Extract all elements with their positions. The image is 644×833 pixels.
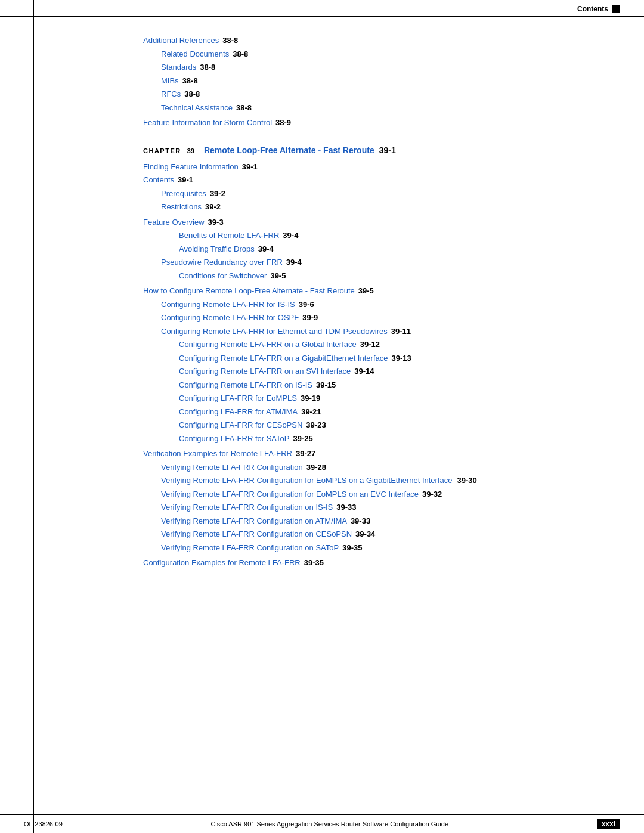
toc-page: 39-35 <box>342 542 362 554</box>
toc-page: 39-35 <box>304 557 324 569</box>
footer-doc-title: Cisco ASR 901 Series Aggregation Service… <box>63 820 597 828</box>
toc-page: 39-4 <box>283 230 298 241</box>
toc-page: 39-4 <box>258 243 274 255</box>
toc-link[interactable]: Pseudowire Redundancy over FRR <box>161 256 283 268</box>
toc-page: 39-5 <box>270 270 286 282</box>
toc-link[interactable]: Verifying Remote LFA-FRR Configuration <box>161 462 303 473</box>
toc-item: Configuring Remote LFA-FRR for OSPF 39-9 <box>143 312 596 324</box>
toc-link[interactable]: Finding Feature Information <box>143 161 239 173</box>
chapter-toc: Finding Feature Information 39-1 Content… <box>143 161 596 569</box>
toc-link[interactable]: Benefits of Remote LFA-FRR <box>179 230 279 241</box>
toc-item: Restrictions 39-2 <box>143 201 596 213</box>
left-border <box>33 0 34 833</box>
toc-page: 39-11 <box>391 326 411 337</box>
toc-link[interactable]: Verifying Remote LFA-FRR Configuration o… <box>161 542 339 554</box>
toc-item: Standards 38-8 <box>143 61 596 73</box>
toc-page: 38-8 <box>200 61 215 73</box>
toc-link[interactable]: Standards <box>161 61 196 73</box>
toc-link[interactable]: Verifying Remote LFA-FRR Configuration o… <box>161 501 333 513</box>
toc-item: Verifying Remote LFA-FRR Configuration f… <box>143 475 596 487</box>
toc-item: Finding Feature Information 39-1 <box>143 161 596 173</box>
toc-page: 38-8 <box>236 102 252 114</box>
toc-item: Prerequisites 39-2 <box>143 188 596 200</box>
toc-item: Verifying Remote LFA-FRR Configuration o… <box>143 542 596 554</box>
toc-link[interactable]: Configuring LFA-FRR for SAToP <box>179 433 289 445</box>
toc-link[interactable]: Conditions for Switchover <box>179 270 267 282</box>
toc-link[interactable]: Contents <box>143 174 174 186</box>
toc-link[interactable]: Avoiding Traffic Drops <box>179 243 255 255</box>
toc-link[interactable]: Configuring Remote LFA-FRR on IS-IS <box>179 379 312 391</box>
toc-link[interactable]: Configuring LFA-FRR for ATM/IMA <box>179 406 298 418</box>
toc-link[interactable]: Verification Examples for Remote LFA-FRR <box>143 448 292 460</box>
toc-link[interactable]: Verifying Remote LFA-FRR Configuration f… <box>161 475 452 487</box>
chapter-title-page: 39-1 <box>379 145 396 155</box>
toc-item: Configuring LFA-FRR for ATM/IMA 39-21 <box>143 406 596 418</box>
toc-item: Conditions for Switchover 39-5 <box>143 270 596 282</box>
footer: OL-23826-09 Cisco ASR 901 Series Aggrega… <box>0 814 644 833</box>
toc-link[interactable]: Configuring Remote LFA-FRR for OSPF <box>161 312 299 324</box>
toc-item: Technical Assistance 38-8 <box>143 102 596 114</box>
toc-link[interactable]: Feature Information for Storm Control <box>143 117 272 129</box>
toc-page: 39-15 <box>316 379 336 391</box>
toc-link[interactable]: RFCs <box>161 88 181 100</box>
toc-link[interactable]: Feature Overview <box>143 216 205 228</box>
toc-item: Configuring Remote LFA-FRR for IS-IS 39-… <box>143 299 596 311</box>
chapter-label: CHAPTER <box>143 147 181 154</box>
toc-page: 38-8 <box>222 35 238 47</box>
toc-link[interactable]: Configuring LFA-FRR for EoMPLS <box>179 392 297 404</box>
toc-page: 39-25 <box>293 433 312 445</box>
chapter-number: 39 <box>187 147 194 154</box>
toc-link[interactable]: Configuring Remote LFA-FRR on a GigabitE… <box>179 352 388 364</box>
toc-link[interactable]: Related Documents <box>161 48 229 60</box>
toc-link[interactable]: Verifying Remote LFA-FRR Configuration o… <box>161 515 347 527</box>
toc-item: Contents 39-1 <box>143 174 596 186</box>
toc-page: 38-8 <box>182 75 198 87</box>
toc-item: Verifying Remote LFA-FRR Configuration o… <box>143 515 596 527</box>
footer-page-number: xxxi <box>597 819 620 829</box>
toc-page: 39-2 <box>205 201 221 213</box>
header-square-icon <box>612 5 620 13</box>
toc-link[interactable]: Prerequisites <box>161 188 206 200</box>
toc-item: Configuring Remote LFA-FRR for Ethernet … <box>143 326 596 337</box>
header-contents-label: Contents <box>577 5 608 13</box>
toc-link[interactable]: How to Configure Remote Loop-Free Altern… <box>143 285 355 297</box>
chapter-title-link[interactable]: Remote Loop-Free Alternate - Fast Rerout… <box>204 145 374 155</box>
toc-item: Feature Overview 39-3 <box>143 216 596 228</box>
toc-item: Verification Examples for Remote LFA-FRR… <box>143 448 596 460</box>
toc-page: 39-33 <box>351 515 370 527</box>
toc-link[interactable]: MIBs <box>161 75 179 87</box>
toc-link[interactable]: Verifying Remote LFA-FRR Configuration o… <box>161 528 352 540</box>
toc-page: 38-8 <box>233 48 248 60</box>
toc-item: Benefits of Remote LFA-FRR 39-4 <box>143 230 596 241</box>
toc-item: Pseudowire Redundancy over FRR 39-4 <box>143 256 596 268</box>
chapter-heading-row: CHAPTER 39 Remote Loop-Free Alternate - … <box>143 145 596 155</box>
toc-page: 39-27 <box>296 448 315 460</box>
toc-link[interactable]: Additional References <box>143 35 219 47</box>
toc-link[interactable]: Configuring Remote LFA-FRR on an SVI Int… <box>179 366 351 377</box>
toc-item: Configuring LFA-FRR for CESoPSN 39-23 <box>143 419 596 431</box>
toc-item: Configuring Remote LFA-FRR on an SVI Int… <box>143 366 596 377</box>
toc-link[interactable]: Configuring Remote LFA-FRR on a Global I… <box>179 339 357 351</box>
toc-item: Configuring LFA-FRR for EoMPLS 39-19 <box>143 392 596 404</box>
toc-item: Verifying Remote LFA-FRR Configuration 3… <box>143 462 596 473</box>
toc-link[interactable]: Verifying Remote LFA-FRR Configuration f… <box>161 488 419 500</box>
toc-page: 39-23 <box>306 419 326 431</box>
toc-link[interactable]: Configuring Remote LFA-FRR for Ethernet … <box>161 326 388 337</box>
toc-link[interactable]: Configuration Examples for Remote LFA-FR… <box>143 557 301 569</box>
toc-page: 39-13 <box>391 352 411 364</box>
toc-link[interactable]: Technical Assistance <box>161 102 233 114</box>
toc-page: 39-1 <box>178 174 193 186</box>
toc-page: 39-33 <box>336 501 356 513</box>
footer-doc-id: OL-23826-09 <box>24 820 63 828</box>
toc-link[interactable]: Configuring Remote LFA-FRR for IS-IS <box>161 299 295 311</box>
toc-item: Verifying Remote LFA-FRR Configuration f… <box>143 488 596 500</box>
toc-item: Avoiding Traffic Drops 39-4 <box>143 243 596 255</box>
toc-page: 39-2 <box>210 188 225 200</box>
toc-page: 39-9 <box>302 312 318 324</box>
toc-link[interactable]: Configuring LFA-FRR for CESoPSN <box>179 419 302 431</box>
toc-link[interactable]: Restrictions <box>161 201 202 213</box>
toc-item: Additional References 38-8 <box>143 35 596 47</box>
toc-item: Configuring Remote LFA-FRR on a Global I… <box>143 339 596 351</box>
toc-item: Configuring Remote LFA-FRR on a GigabitE… <box>143 352 596 364</box>
toc-page: 39-12 <box>360 339 380 351</box>
